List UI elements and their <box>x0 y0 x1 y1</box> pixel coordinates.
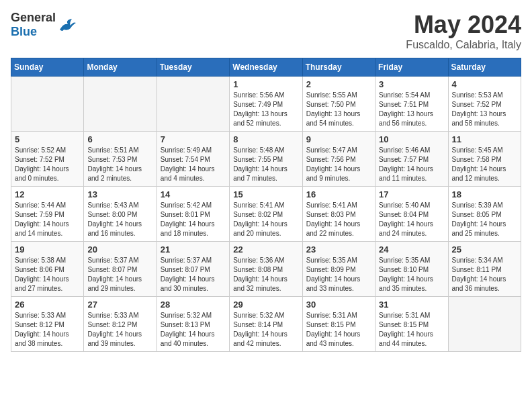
day-number: 24 <box>379 244 444 255</box>
day-number: 15 <box>233 189 298 199</box>
calendar-cell: 12Sunrise: 5:44 AMSunset: 7:59 PMDayligh… <box>11 187 84 242</box>
day-info: Sunrise: 5:51 AMSunset: 7:53 PMDaylight:… <box>87 146 152 183</box>
calendar-cell: 11Sunrise: 5:45 AMSunset: 7:58 PMDayligh… <box>448 132 521 187</box>
calendar-table: SundayMondayTuesdayWednesdayThursdayFrid… <box>11 58 521 352</box>
day-number: 29 <box>233 300 298 310</box>
calendar-cell: 20Sunrise: 5:37 AMSunset: 8:07 PMDayligh… <box>84 242 157 297</box>
day-info: Sunrise: 5:43 AMSunset: 8:00 PMDaylight:… <box>87 201 152 238</box>
day-number: 10 <box>379 134 444 144</box>
column-header-tuesday: Tuesday <box>157 58 229 77</box>
calendar-week-1: 1Sunrise: 5:56 AMSunset: 7:49 PMDaylight… <box>11 77 521 132</box>
calendar-week-2: 5Sunrise: 5:52 AMSunset: 7:52 PMDaylight… <box>11 132 521 187</box>
day-info: Sunrise: 5:44 AMSunset: 7:59 PMDaylight:… <box>15 201 80 238</box>
calendar-cell <box>157 77 229 132</box>
day-number: 5 <box>15 134 80 144</box>
day-info: Sunrise: 5:47 AMSunset: 7:56 PMDaylight:… <box>306 146 371 183</box>
calendar-cell: 25Sunrise: 5:34 AMSunset: 8:11 PMDayligh… <box>448 242 521 297</box>
day-info: Sunrise: 5:35 AMSunset: 8:09 PMDaylight:… <box>306 256 371 293</box>
calendar-cell <box>84 77 157 132</box>
day-info: Sunrise: 5:41 AMSunset: 8:02 PMDaylight:… <box>233 201 298 238</box>
calendar-cell: 14Sunrise: 5:42 AMSunset: 8:01 PMDayligh… <box>157 187 229 242</box>
day-number: 6 <box>87 134 152 144</box>
day-number: 12 <box>15 189 80 199</box>
day-info: Sunrise: 5:32 AMSunset: 8:13 PMDaylight:… <box>161 311 226 349</box>
title-block: May 2024 Fuscaldo, Calabria, Italy <box>406 11 521 51</box>
calendar-cell: 10Sunrise: 5:46 AMSunset: 7:57 PMDayligh… <box>375 132 448 187</box>
calendar-cell: 21Sunrise: 5:37 AMSunset: 8:07 PMDayligh… <box>157 242 229 297</box>
day-info: Sunrise: 5:45 AMSunset: 7:58 PMDaylight:… <box>452 146 517 183</box>
day-number: 23 <box>306 244 371 255</box>
day-number: 20 <box>87 244 152 255</box>
calendar-cell: 18Sunrise: 5:39 AMSunset: 8:05 PMDayligh… <box>448 187 521 242</box>
day-number: 28 <box>161 300 226 310</box>
calendar-cell: 16Sunrise: 5:41 AMSunset: 8:03 PMDayligh… <box>302 187 375 242</box>
day-info: Sunrise: 5:34 AMSunset: 8:11 PMDaylight:… <box>452 256 517 293</box>
calendar-cell: 17Sunrise: 5:40 AMSunset: 8:04 PMDayligh… <box>375 187 448 242</box>
day-info: Sunrise: 5:36 AMSunset: 8:08 PMDaylight:… <box>233 256 298 293</box>
day-info: Sunrise: 5:37 AMSunset: 8:07 PMDaylight:… <box>161 256 226 293</box>
column-header-wednesday: Wednesday <box>230 58 302 77</box>
day-number: 7 <box>161 134 226 144</box>
day-number: 27 <box>87 300 152 310</box>
calendar-header-row: SundayMondayTuesdayWednesdayThursdayFrid… <box>11 58 521 77</box>
day-info: Sunrise: 5:33 AMSunset: 8:12 PMDaylight:… <box>87 311 152 349</box>
day-info: Sunrise: 5:42 AMSunset: 8:01 PMDaylight:… <box>161 201 226 238</box>
logo: General Blue <box>11 11 77 39</box>
calendar-week-3: 12Sunrise: 5:44 AMSunset: 7:59 PMDayligh… <box>11 187 521 242</box>
day-number: 26 <box>15 300 80 310</box>
day-info: Sunrise: 5:31 AMSunset: 8:15 PMDaylight:… <box>379 311 444 349</box>
day-info: Sunrise: 5:55 AMSunset: 7:50 PMDaylight:… <box>306 91 371 128</box>
calendar-cell: 31Sunrise: 5:31 AMSunset: 8:15 PMDayligh… <box>375 297 448 352</box>
day-info: Sunrise: 5:48 AMSunset: 7:55 PMDaylight:… <box>233 146 298 183</box>
calendar-cell: 27Sunrise: 5:33 AMSunset: 8:12 PMDayligh… <box>84 297 157 352</box>
column-header-saturday: Saturday <box>448 58 521 77</box>
day-number: 25 <box>452 244 517 255</box>
calendar-cell: 15Sunrise: 5:41 AMSunset: 8:02 PMDayligh… <box>230 187 302 242</box>
day-number: 30 <box>306 300 371 310</box>
day-number: 21 <box>161 244 226 255</box>
day-number: 18 <box>452 189 517 199</box>
day-info: Sunrise: 5:37 AMSunset: 8:07 PMDaylight:… <box>87 256 152 293</box>
day-info: Sunrise: 5:46 AMSunset: 7:57 PMDaylight:… <box>379 146 444 183</box>
calendar-week-4: 19Sunrise: 5:38 AMSunset: 8:06 PMDayligh… <box>11 242 521 297</box>
day-info: Sunrise: 5:31 AMSunset: 8:15 PMDaylight:… <box>306 311 371 349</box>
logo-blue: Blue <box>11 25 37 38</box>
calendar-cell: 29Sunrise: 5:32 AMSunset: 8:14 PMDayligh… <box>230 297 302 352</box>
day-info: Sunrise: 5:40 AMSunset: 8:04 PMDaylight:… <box>379 201 444 238</box>
day-info: Sunrise: 5:52 AMSunset: 7:52 PMDaylight:… <box>15 146 80 183</box>
day-info: Sunrise: 5:41 AMSunset: 8:03 PMDaylight:… <box>306 201 371 238</box>
calendar-cell: 3Sunrise: 5:54 AMSunset: 7:51 PMDaylight… <box>375 77 448 132</box>
calendar-cell: 22Sunrise: 5:36 AMSunset: 8:08 PMDayligh… <box>230 242 302 297</box>
page-header: General Blue May 2024 Fuscaldo, Calabria… <box>11 11 521 51</box>
calendar-cell: 1Sunrise: 5:56 AMSunset: 7:49 PMDaylight… <box>230 77 302 132</box>
calendar-cell: 6Sunrise: 5:51 AMSunset: 7:53 PMDaylight… <box>84 132 157 187</box>
calendar-week-5: 26Sunrise: 5:33 AMSunset: 8:12 PMDayligh… <box>11 297 521 352</box>
column-header-monday: Monday <box>84 58 157 77</box>
column-header-friday: Friday <box>375 58 448 77</box>
day-number: 14 <box>161 189 226 199</box>
column-header-sunday: Sunday <box>11 58 84 77</box>
day-number: 1 <box>233 79 298 89</box>
day-number: 9 <box>306 134 371 144</box>
day-number: 3 <box>379 79 444 89</box>
calendar-cell: 19Sunrise: 5:38 AMSunset: 8:06 PMDayligh… <box>11 242 84 297</box>
day-info: Sunrise: 5:53 AMSunset: 7:52 PMDaylight:… <box>452 91 517 128</box>
calendar-cell: 4Sunrise: 5:53 AMSunset: 7:52 PMDaylight… <box>448 77 521 132</box>
day-info: Sunrise: 5:39 AMSunset: 8:05 PMDaylight:… <box>452 201 517 238</box>
calendar-cell: 26Sunrise: 5:33 AMSunset: 8:12 PMDayligh… <box>11 297 84 352</box>
logo-bird-icon <box>58 17 77 32</box>
calendar-cell: 9Sunrise: 5:47 AMSunset: 7:56 PMDaylight… <box>302 132 375 187</box>
calendar-cell: 23Sunrise: 5:35 AMSunset: 8:09 PMDayligh… <box>302 242 375 297</box>
day-info: Sunrise: 5:35 AMSunset: 8:10 PMDaylight:… <box>379 256 444 293</box>
calendar-cell: 2Sunrise: 5:55 AMSunset: 7:50 PMDaylight… <box>302 77 375 132</box>
day-info: Sunrise: 5:49 AMSunset: 7:54 PMDaylight:… <box>161 146 226 183</box>
calendar-cell: 7Sunrise: 5:49 AMSunset: 7:54 PMDaylight… <box>157 132 229 187</box>
calendar-cell: 5Sunrise: 5:52 AMSunset: 7:52 PMDaylight… <box>11 132 84 187</box>
day-number: 19 <box>15 244 80 255</box>
calendar-cell <box>448 297 521 352</box>
day-number: 22 <box>233 244 298 255</box>
day-number: 4 <box>452 79 517 89</box>
calendar-cell: 24Sunrise: 5:35 AMSunset: 8:10 PMDayligh… <box>375 242 448 297</box>
logo-general: General <box>11 11 56 24</box>
day-number: 31 <box>379 300 444 310</box>
